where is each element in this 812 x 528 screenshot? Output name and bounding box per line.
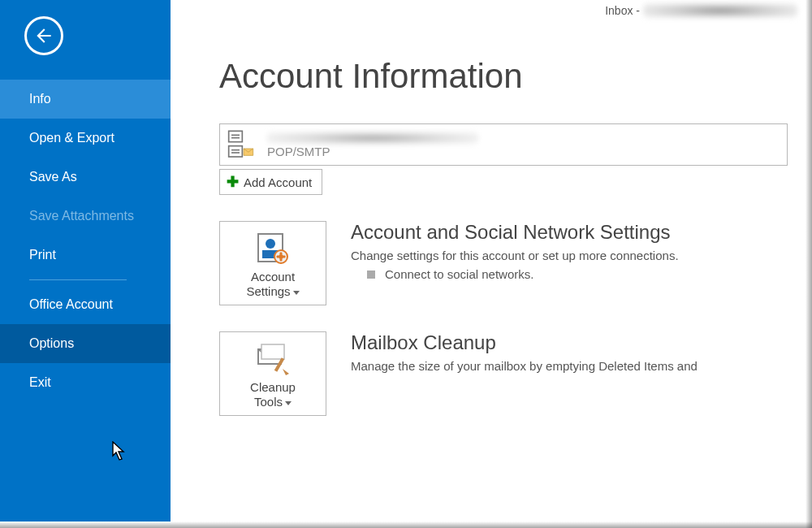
section-heading: Mailbox Cleanup (351, 331, 698, 354)
section-description: Change settings for this account or set … (351, 249, 679, 262)
shadow-bottom (0, 522, 812, 528)
section-account-settings: Account Settings Account and Social Netw… (219, 221, 812, 305)
section-text: Mailbox Cleanup Manage the size of your … (351, 331, 698, 416)
nav-item-save-attachments: Save Attachments (0, 197, 171, 236)
account-name-redacted (267, 132, 478, 145)
account-type: POP/SMTP (267, 145, 478, 158)
arrow-left-icon (33, 25, 54, 46)
add-account-label: Add Account (244, 175, 312, 189)
cleanup-tools-icon (253, 343, 292, 375)
section-heading: Account and Social Network Settings (351, 221, 679, 244)
svg-point-10 (279, 254, 283, 259)
account-settings-label: Account Settings (246, 270, 299, 299)
plus-icon: ✚ (227, 173, 239, 191)
nav-items: Info Open & Export Save As Save Attachme… (0, 80, 171, 402)
section-text: Account and Social Network Settings Chan… (351, 221, 679, 305)
account-settings-icon (253, 232, 292, 265)
back-button[interactable] (24, 16, 63, 55)
nav-separator (29, 279, 127, 280)
cleanup-tools-label: Cleanup Tools (250, 380, 296, 409)
account-selector[interactable]: POP/SMTP (219, 123, 788, 166)
svg-rect-12 (261, 344, 284, 359)
chevron-down-icon (293, 291, 300, 295)
content-pane: Account Information POP/SMTP (171, 0, 812, 522)
account-settings-button[interactable]: Account Settings (219, 221, 326, 305)
svg-rect-1 (229, 146, 243, 157)
nav-item-office-account[interactable]: Office Account (0, 285, 171, 324)
nav-item-exit[interactable]: Exit (0, 363, 171, 402)
social-networks-link[interactable]: Connect to social networks. (351, 267, 679, 281)
nav-item-open-export[interactable]: Open & Export (0, 119, 171, 158)
cleanup-tools-button[interactable]: Cleanup Tools (219, 331, 326, 416)
nav-item-options[interactable]: Options (0, 324, 171, 363)
section-description: Manage the size of your mailbox by empty… (351, 359, 698, 373)
nav-item-print[interactable]: Print (0, 236, 171, 275)
account-type-icon (227, 128, 261, 162)
add-account-button[interactable]: ✚ Add Account (219, 169, 322, 195)
section-mailbox-cleanup: Cleanup Tools Mailbox Cleanup Manage the… (219, 331, 812, 416)
nav-item-save-as[interactable]: Save As (0, 158, 171, 197)
account-text: POP/SMTP (267, 132, 478, 158)
svg-point-7 (266, 239, 275, 249)
svg-rect-0 (229, 131, 243, 141)
chevron-down-icon (285, 401, 292, 405)
page-title: Account Information (219, 57, 812, 96)
bullet-icon (367, 270, 375, 279)
nav-item-info[interactable]: Info (0, 80, 171, 119)
backstage-sidebar: Info Open & Export Save As Save Attachme… (0, 0, 171, 522)
